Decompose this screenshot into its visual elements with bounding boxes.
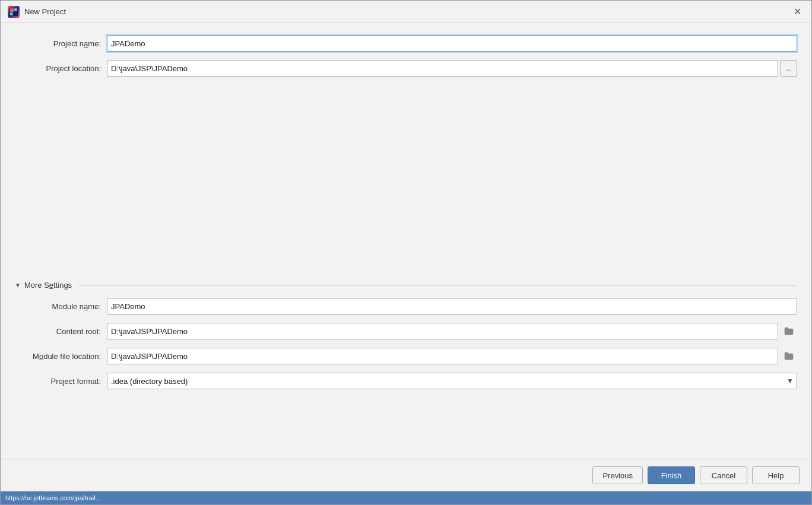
- module-name-input-wrapper: [107, 298, 797, 315]
- module-name-input[interactable]: [107, 298, 797, 315]
- project-location-input-wrapper: ...: [107, 60, 797, 77]
- project-format-row: Project format: .idea (directory based) …: [15, 373, 797, 389]
- folder-icon: [784, 352, 794, 360]
- new-project-dialog: New Project ✕ Project name: Project loca…: [0, 0, 812, 505]
- help-button[interactable]: Help: [752, 466, 800, 484]
- module-file-location-row: Module file location:: [15, 348, 797, 364]
- project-format-select-wrapper: .idea (directory based) Eclipse (.classp…: [107, 373, 797, 389]
- content-root-label: Content root:: [15, 327, 107, 336]
- module-file-browse-button[interactable]: [781, 348, 797, 364]
- content-root-input[interactable]: [107, 323, 778, 339]
- module-name-label: Module name:: [15, 302, 107, 311]
- module-file-location-input[interactable]: [107, 348, 778, 364]
- project-name-row: Project name:: [15, 35, 797, 52]
- dialog-footer: Previous Finish Cancel Help: [1, 459, 811, 491]
- svg-rect-2: [14, 8, 17, 11]
- svg-rect-3: [10, 12, 13, 15]
- more-settings-label: More Settings: [24, 281, 72, 290]
- project-format-label: Project format:: [15, 377, 107, 386]
- dialog-content: Project name: Project location: ... ▼ M: [1, 23, 811, 459]
- project-format-select-container: .idea (directory based) Eclipse (.classp…: [107, 373, 797, 389]
- title-bar: New Project ✕: [1, 1, 811, 23]
- project-name-input[interactable]: [107, 35, 797, 52]
- project-location-label: Project location:: [15, 64, 107, 73]
- more-settings-header[interactable]: ▼ More Settings: [15, 281, 797, 290]
- module-file-location-input-wrapper: [107, 348, 797, 364]
- project-location-browse-button[interactable]: ...: [781, 60, 797, 77]
- finish-button[interactable]: Finish: [648, 466, 695, 484]
- svg-rect-1: [10, 8, 14, 12]
- content-root-input-wrapper: [107, 323, 797, 339]
- project-location-row: Project location: ...: [15, 60, 797, 77]
- content-root-row: Content root:: [15, 323, 797, 339]
- app-icon: [8, 6, 20, 18]
- title-bar-left: New Project: [8, 6, 66, 18]
- empty-area: [15, 85, 797, 275]
- content-root-browse-button[interactable]: [781, 323, 797, 339]
- cancel-button[interactable]: Cancel: [700, 466, 747, 484]
- module-file-location-label: Module file location:: [15, 352, 107, 361]
- more-settings-section: ▼ More Settings Module name: Content roo…: [15, 281, 797, 389]
- dialog-title: New Project: [24, 7, 66, 16]
- status-bar: https://oc.jetbrains.com/jpa/trail...: [1, 491, 811, 504]
- project-name-label: Project name:: [15, 39, 107, 48]
- previous-button[interactable]: Previous: [592, 466, 643, 484]
- folder-icon: [784, 327, 794, 335]
- module-name-row: Module name:: [15, 298, 797, 315]
- collapse-arrow-icon: ▼: [15, 282, 21, 288]
- project-name-input-wrapper: [107, 35, 797, 52]
- status-text: https://oc.jetbrains.com/jpa/trail...: [5, 494, 101, 501]
- project-location-input[interactable]: [107, 60, 778, 77]
- project-format-select[interactable]: .idea (directory based) Eclipse (.classp…: [107, 373, 797, 389]
- close-button[interactable]: ✕: [790, 5, 804, 19]
